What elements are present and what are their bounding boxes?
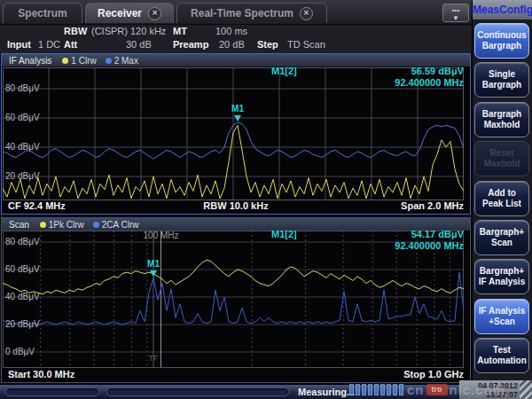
setting-mt-value[interactable]: 100 ms <box>215 26 247 36</box>
stop-freq-readout: Stop 1.0 GHz <box>403 369 464 379</box>
trace-legend-2[interactable]: 2 Max <box>106 56 138 66</box>
trace-legend-1pk[interactable]: 1Pk Clrw <box>40 220 84 230</box>
y-axis-label-60: 60 dBμV <box>5 264 40 274</box>
if-marker-readout-label: M1[2] <box>271 66 297 76</box>
trace-legend-label: 2CA Clrw <box>102 220 139 230</box>
scan-title: Scan <box>9 220 29 230</box>
softkey-add-to-peak-list[interactable]: Add toPeak List <box>474 181 529 216</box>
softkey-label: Automation <box>475 356 528 366</box>
softkey-label: Bargraph <box>475 41 528 51</box>
trace-legend-label: 1Pk Clrw <box>49 220 84 230</box>
if-analysis-title: IF Analysis <box>9 56 51 66</box>
scan-legend: 1Pk Clrw2CA Clrw <box>40 220 139 230</box>
tab-close-icon[interactable]: ✕ <box>300 7 313 20</box>
scan-marker-frequency: 92.400000 MHz <box>395 240 464 252</box>
datetime-box: 04.07.2012 13:27:07 <box>459 380 532 399</box>
axis-annotation-100mhz: 100 MHz <box>144 231 179 240</box>
if-analysis-legend: 1 Clrw2 Max <box>62 56 138 66</box>
setting-input-value[interactable]: 1 DC <box>38 39 60 50</box>
softkey-if-analysis-scan[interactable]: IF Analysis+Scan <box>474 299 529 334</box>
softkey-label: Maxhold <box>475 159 528 169</box>
trace-2ca-clrw <box>3 272 464 325</box>
y-axis-label-20: 20 dBμV <box>5 319 40 329</box>
softkey-label: Bargraph <box>475 80 528 90</box>
softkey-label: Continuous <box>475 30 528 41</box>
progress-pill-1 <box>5 387 99 396</box>
trace-legend-2ca[interactable]: 2CA Clrw <box>93 220 139 230</box>
tab-label: Real-Time Spectrum <box>191 7 293 20</box>
y-axis-label-60: 60 dBμV <box>5 113 40 122</box>
softkey-test-automation[interactable]: TestAutomation <box>474 338 529 373</box>
setting-rbw-value[interactable]: (CISPR) 120 kHz <box>91 26 166 36</box>
softkey-reset-maxhold: ResetMaxhold <box>474 141 529 176</box>
softkey-label: Bargraph+ <box>475 266 528 277</box>
softkey-label: Bargraph+ <box>475 227 528 238</box>
if-marker-readout: 56.59 dBμV 92.400000 MHz <box>395 66 464 89</box>
trace-1pk-clrw <box>3 260 464 294</box>
tab-receiver[interactable]: Receiver✕ <box>85 3 174 23</box>
setting-att-value[interactable]: 30 dB <box>126 39 152 50</box>
softkey-label: IF Analysis <box>475 277 528 287</box>
rbw-readout: RBW 10.0 kHz <box>2 200 470 211</box>
scan-footer: Start 30.0 MHz Stop 1.0 GHz <box>2 369 470 381</box>
time-readout: 13:27:07 <box>478 390 518 399</box>
y-axis-label-20: 20 dBμV <box>5 171 40 181</box>
softkey-continuous-bargraph[interactable]: ContinuousBargraph <box>474 23 529 59</box>
if-marker-level: 56.59 dBμV <box>395 66 464 77</box>
trace-legend-label: 1 Clrw <box>71 56 96 66</box>
overflow-dots-icon: ••• <box>443 6 468 14</box>
settings-bar: RBW(CISPR) 120 kHzMT100 msInput1 DCAtt30… <box>0 25 472 53</box>
setting-rbw-label[interactable]: RBW <box>64 26 87 36</box>
softkey-label: Add to <box>475 188 528 199</box>
tab-label: Spectrum <box>18 7 66 20</box>
tab-overflow-button[interactable]: ••• ▼ <box>442 4 469 22</box>
y-axis-label-40: 40 dBμV <box>5 142 40 152</box>
scan-marker-level: 54.17 dBμV <box>395 229 464 240</box>
softkey-label: Bargraph <box>475 109 528 120</box>
softkey-single-bargraph[interactable]: SingleBargraph <box>474 62 529 98</box>
softkey-menu-title: MeasConfig <box>473 0 532 20</box>
softkey-label: Scan <box>475 238 528 248</box>
instrument-screen: SpectrumReceiver✕Real-Time Spectrum✕ •••… <box>0 0 532 399</box>
softkey-sidebar: MeasConfig ContinuousBargraphSingleBargr… <box>472 0 532 399</box>
tab-bar: SpectrumReceiver✕Real-Time Spectrum✕ •••… <box>0 0 472 25</box>
if-marker-frequency: 92.400000 MHz <box>395 77 464 89</box>
if-analysis-window: IF Analysis 1 Clrw2 Max M1 M1[2] 56.59 d… <box>1 53 471 215</box>
softkey-bargraph-scan[interactable]: Bargraph+Scan <box>474 220 529 255</box>
setting-step-label[interactable]: Step <box>257 39 278 50</box>
tab-real-time-spectrum[interactable]: Real-Time Spectrum✕ <box>176 3 327 23</box>
y-axis-label-80: 80 dBμV <box>5 83 40 93</box>
setting-step-value[interactable]: TD Scan <box>287 39 325 50</box>
date-readout: 04.07.2012 <box>478 381 518 390</box>
trace-legend-1[interactable]: 1 Clrw <box>62 56 96 66</box>
softkey-label: Test <box>475 345 528 356</box>
softkey-label: Peak List <box>475 199 528 209</box>
setting-input-label[interactable]: Input <box>7 39 31 50</box>
softkey-label: IF Analysis <box>475 306 528 317</box>
softkey-label: Reset <box>475 148 528 159</box>
tab-spectrum[interactable]: Spectrum <box>3 3 82 23</box>
setting-preamp-value[interactable]: 20 dB <box>219 39 245 50</box>
tab-close-icon[interactable]: ✕ <box>148 7 161 20</box>
start-freq-readout: Start 30.0 MHz <box>8 369 74 379</box>
setting-mt-label[interactable]: MT <box>173 26 187 36</box>
measuring-status: Measuring... <box>298 387 355 397</box>
scan-marker-readout-label: M1[2] <box>271 229 297 239</box>
softkey-label: +Scan <box>475 317 528 327</box>
trace-color-dot <box>93 222 99 228</box>
softkey-bargraph-maxhold[interactable]: BargraphMaxhold <box>474 102 529 137</box>
y-axis-label-40: 40 dBμV <box>5 292 40 301</box>
setting-preamp-label[interactable]: Preamp <box>173 39 208 50</box>
progress-pill-2 <box>106 387 289 396</box>
tab-label: Receiver <box>98 7 142 20</box>
setting-att-label[interactable]: Att <box>64 39 77 50</box>
y-axis-label-80: 80 dBμV <box>5 237 40 246</box>
marker-m1-triangle[interactable] <box>150 270 157 277</box>
softkey-bargraph-if-analysis[interactable]: Bargraph+IF Analysis <box>474 259 529 294</box>
transducer-factor-label: TF <box>149 354 159 363</box>
cf-readout: CF 92.4 MHz <box>8 200 66 211</box>
marker-m1-label: M1 <box>147 259 160 269</box>
trace-color-dot <box>40 222 46 228</box>
span-readout: Span 2.0 MHz <box>401 200 464 211</box>
status-bar: Measuring... <box>0 384 532 399</box>
